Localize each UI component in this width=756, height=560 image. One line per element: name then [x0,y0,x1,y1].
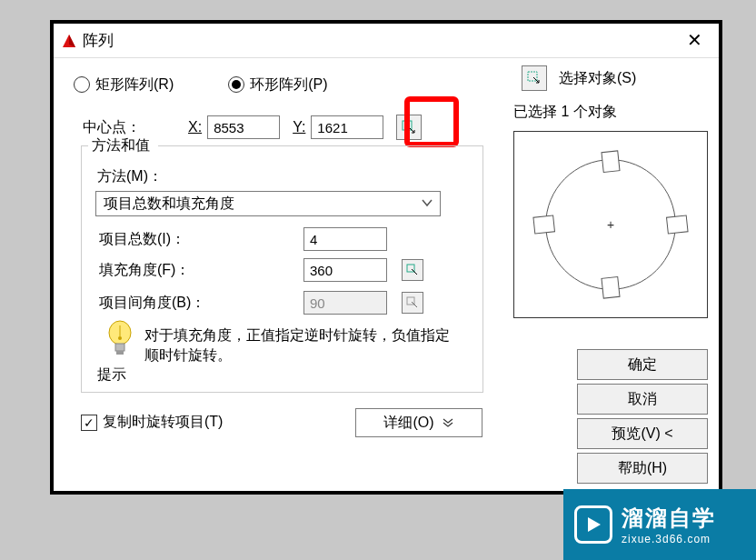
ok-button[interactable]: 确定 [577,349,708,380]
svg-marker-15 [588,517,601,532]
total-items-label: 项目总数(I)： [99,230,303,249]
select-object-label: 选择对象(S) [559,69,636,88]
svg-rect-11 [115,344,124,351]
pick-icon [406,264,419,276]
checkbox-label: 复制时旋转项目(T) [103,413,223,432]
method-label: 方法(M)： [97,167,163,186]
fill-angle-label: 填充角度(F)： [99,261,303,280]
help-button[interactable]: 帮助(H) [577,453,708,484]
chevron-down-icon [422,195,433,212]
radio-polar[interactable]: 环形阵列(P) [228,75,327,95]
between-angle-label: 项目间角度(B)： [99,294,303,313]
between-angle-row: 项目间角度(B)： [99,291,423,315]
svg-rect-5 [602,277,620,299]
checkbox-indicator: ✓ [81,415,97,431]
svg-rect-4 [667,215,689,234]
svg-rect-12 [116,351,124,355]
select-icon [526,70,542,86]
hint-text: 对于填充角度，正值指定逆时针旋转，负值指定顺时针旋转。 [144,325,453,366]
pick-fill-angle-button[interactable] [402,259,423,281]
pick-icon [406,296,419,309]
dialog-title: 阵列 [83,30,114,51]
svg-rect-6 [533,215,555,234]
pick-icon [402,120,416,135]
lightbulb-icon [104,320,135,364]
radio-indicator [228,76,244,93]
total-items-input[interactable] [303,227,387,251]
close-button[interactable]: ✕ [680,27,710,53]
svg-point-14 [118,336,122,340]
fill-angle-row: 填充角度(F)： [99,258,423,282]
cancel-button[interactable]: 取消 [577,384,708,415]
select-object-button[interactable] [522,65,547,91]
selection-status: 已选择 1 个对象 [513,103,617,122]
x-label: X: [188,119,202,135]
dialog-body: 矩形阵列(R) 环形阵列(P) 选择对象(S) 已选择 1 个对象 + [54,58,719,491]
radio-label: 矩形阵列(R) [95,75,174,95]
detail-button[interactable]: 详细(O) [355,408,482,437]
double-chevron-down-icon [442,418,454,427]
preview-graphic: + [514,132,707,317]
hint-label: 提示 [97,365,126,385]
detail-label: 详细(O) [383,414,433,433]
app-icon [61,33,77,49]
y-label: Y: [293,119,305,135]
watermark: 溜溜自学 zixue.3d66.com [563,489,756,560]
method-group-title: 方法和值 [88,136,154,155]
watermark-url: zixue.3d66.com [622,533,716,545]
total-items-row: 项目总数(I)： [99,227,387,251]
radio-label: 环形阵列(P) [250,75,327,95]
center-y-input[interactable] [311,115,383,139]
pick-between-angle-button[interactable] [402,292,423,314]
copy-rotate-checkbox[interactable]: ✓ 复制时旋转项目(T) [81,413,223,432]
preview-pane: + [513,131,708,318]
radio-rectangular[interactable]: 矩形阵列(R) [74,75,174,95]
svg-text:+: + [607,217,614,232]
dropdown-value: 项目总数和填充角度 [104,195,234,214]
between-angle-input [303,291,387,315]
array-dialog: 阵列 ✕ 矩形阵列(R) 环形阵列(P) 选择对象(S) 已选择 1 个对象 [50,20,722,495]
method-dropdown[interactable]: 项目总数和填充角度 [95,191,441,216]
play-logo-icon [574,505,612,544]
preview-button[interactable]: 预览(V) < [577,418,708,449]
pick-center-button[interactable] [396,115,422,140]
watermark-brand: 溜溜自学 [622,504,716,533]
radio-indicator [74,76,90,93]
center-x-input[interactable] [207,115,280,139]
svg-rect-3 [602,151,620,173]
title-bar: 阵列 ✕ [54,24,719,58]
center-label: 中心点： [83,118,175,137]
fill-angle-input[interactable] [303,258,387,282]
